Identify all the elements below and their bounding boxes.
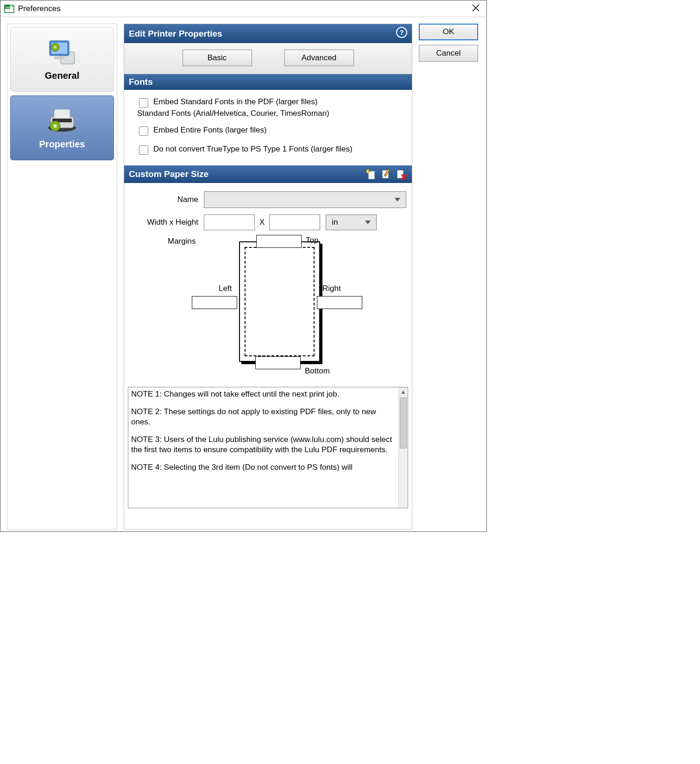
notes-text: NOTE 1: Changes will not take effect unt… [128, 387, 398, 508]
svg-point-10 [54, 46, 57, 49]
note-2: NOTE 2: These settings do not apply to e… [131, 407, 396, 427]
label-embed-standard: Embed Standard Fonts in the PDF (larger … [153, 97, 317, 107]
label-bottom: Bottom [305, 366, 330, 376]
help-icon[interactable]: ? [396, 27, 407, 40]
header-custom-paper: Custom Paper Size [124, 165, 412, 183]
new-paper-icon[interactable] [366, 168, 378, 180]
tab-advanced[interactable]: Advanced [284, 50, 354, 66]
label-right: Right [322, 284, 341, 293]
label-left: Left [219, 284, 232, 293]
note-4: NOTE 4: Selecting the 3rd item (Do not c… [131, 462, 396, 473]
label-no-convert: Do not convert TrueType to PS Type 1 Fon… [153, 145, 353, 154]
header-fonts: Fonts [124, 74, 412, 90]
sidebar-item-general[interactable]: General [10, 27, 114, 92]
sidebar-label-properties: Properties [39, 139, 85, 150]
scroll-up-icon[interactable]: ▲ [400, 388, 406, 395]
fonts-body: Embed Standard Fonts in the PDF (larger … [124, 90, 412, 165]
printer-gear-icon [46, 107, 78, 135]
header-title: Edit Printer Properties [129, 29, 222, 39]
notes-scrollbar[interactable]: ▲ [398, 387, 408, 508]
sidebar-label-general: General [45, 70, 79, 81]
input-width[interactable] [204, 215, 255, 230]
preferences-window: PDF Preferences General Properties [0, 0, 487, 532]
label-width-height: Width x Height [130, 218, 198, 227]
tab-basic[interactable]: Basic [183, 50, 252, 66]
paper-body: Name Width x Height X in Margins T [124, 183, 412, 383]
combo-paper-name[interactable] [204, 191, 406, 208]
input-margin-top[interactable] [256, 235, 302, 248]
titlebar: PDF Preferences [0, 0, 486, 17]
page-preview [239, 241, 320, 362]
svg-point-17 [53, 124, 57, 128]
pdf-app-icon: PDF [4, 4, 14, 14]
sidebar: General Properties [7, 24, 117, 530]
label-margins: Margins [168, 237, 195, 246]
tab-row: Basic Advanced [124, 43, 412, 74]
checkbox-embed-standard[interactable] [139, 98, 148, 107]
input-height[interactable] [269, 215, 320, 230]
combo-unit[interactable]: in [326, 215, 377, 230]
label-standard-sub: Standard Fonts (Arial/Helvetica, Courier… [137, 109, 399, 118]
window-title: Preferences [18, 4, 469, 13]
label-name: Name [130, 195, 198, 204]
input-margin-bottom[interactable] [255, 356, 301, 369]
unit-value: in [332, 218, 338, 227]
custom-paper-label: Custom Paper Size [129, 169, 208, 179]
label-embed-entire: Embed Entire Fonts (larger files) [153, 126, 267, 135]
notes-box: NOTE 1: Changes will not take effect unt… [128, 387, 408, 508]
header-edit-printer-properties: Edit Printer Properties ? [124, 24, 412, 43]
input-margin-right[interactable] [317, 296, 362, 309]
svg-text:PDF: PDF [6, 6, 11, 8]
fonts-header-label: Fonts [129, 77, 153, 87]
delete-paper-icon[interactable] [395, 168, 407, 180]
svg-text:?: ? [399, 28, 404, 36]
close-icon[interactable] [469, 3, 483, 14]
margins-diagram: Margins Top Left Right Bottom [130, 237, 406, 381]
dialog-buttons: OK Cancel [419, 24, 480, 530]
input-margin-left[interactable] [192, 296, 237, 309]
note-1: NOTE 1: Changes will not take effect unt… [131, 389, 396, 399]
label-top: Top [306, 236, 318, 245]
edit-paper-icon[interactable] [380, 168, 392, 180]
checkbox-no-convert[interactable] [139, 145, 148, 155]
main-panel: Edit Printer Properties ? Basic Advanced… [124, 24, 412, 530]
sidebar-item-properties[interactable]: Properties [10, 95, 114, 160]
note-3: NOTE 3: Users of the Lulu publishing ser… [131, 435, 396, 455]
scroll-thumb[interactable] [400, 398, 407, 448]
svg-rect-11 [54, 57, 64, 59]
svg-rect-14 [54, 109, 70, 119]
cancel-button[interactable]: Cancel [419, 45, 478, 62]
checkbox-embed-entire[interactable] [139, 126, 148, 136]
label-x: X [259, 218, 265, 227]
ok-button[interactable]: OK [419, 24, 478, 40]
monitor-gear-icon [46, 38, 78, 67]
